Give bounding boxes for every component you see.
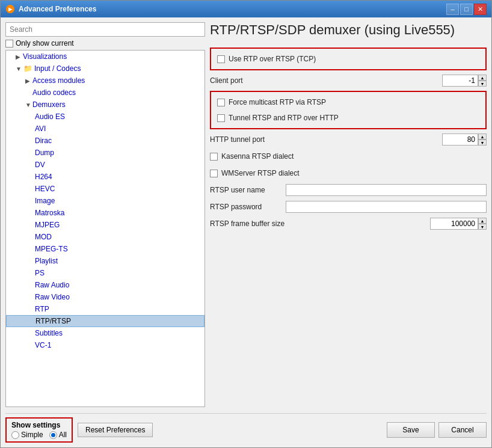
tree-item-matroska[interactable]: Matroska xyxy=(6,207,204,219)
only-show-current-label: Only show current xyxy=(16,39,74,48)
tree-label-h264: H264 xyxy=(35,173,52,181)
tree-item-h264[interactable]: H264 xyxy=(6,171,204,183)
client-port-input[interactable]: -1 xyxy=(442,75,478,87)
http-tunnel-up[interactable]: ▲ xyxy=(478,133,487,140)
search-input[interactable] xyxy=(5,22,205,37)
title-bar: ▶ Advanced Preferences – □ ✕ xyxy=(1,1,491,17)
tree-item-hevc[interactable]: HEVC xyxy=(6,183,204,195)
tree-label-rtp-rtsp: RTP/RTSP xyxy=(35,317,71,325)
tree-item-audio-codecs[interactable]: ▶ Audio codecs xyxy=(6,87,204,99)
tree-container[interactable]: ▶ Visualizations ▼ 📁 Input / Codecs ▶ Ac… xyxy=(5,50,205,407)
window-title: Advanced Preferences xyxy=(19,5,446,13)
close-button[interactable]: ✕ xyxy=(474,4,487,15)
tree-item-dump[interactable]: Dump xyxy=(6,147,204,159)
use-rtp-label: Use RTP over RTSP (TCP) xyxy=(229,55,479,63)
rtsp-username-row: RTSP user name xyxy=(210,183,487,197)
rtsp-username-label: RTSP user name xyxy=(210,186,282,194)
tree-item-audio-es[interactable]: Audio ES xyxy=(6,111,204,123)
force-multicast-group: Force multicast RTP via RTSP Tunnel RTSP… xyxy=(210,91,487,129)
use-rtp-checkbox[interactable] xyxy=(217,55,225,63)
tree-arrow-visualizations: ▶ xyxy=(16,54,23,60)
tree-item-ps[interactable]: PS xyxy=(6,267,204,279)
tree-item-rtp-rtsp[interactable]: RTP/RTSP xyxy=(6,315,204,327)
tree-label-dirac: Dirac xyxy=(35,137,52,145)
http-tunnel-spinner-btns: ▲ ▼ xyxy=(478,133,487,146)
http-tunnel-down[interactable]: ▼ xyxy=(478,140,487,146)
client-port-up[interactable]: ▲ xyxy=(478,75,487,81)
reset-preferences-button[interactable]: Reset Preferences xyxy=(78,423,153,437)
tree-arrow-input-codecs: ▼ xyxy=(16,66,23,72)
rtsp-buffer-up[interactable]: ▲ xyxy=(478,218,487,224)
tree-item-demuxers[interactable]: ▼ Demuxers xyxy=(6,99,204,111)
tunnel-rtsp-row: Tunnel RTSP and RTP over HTTP xyxy=(217,111,479,124)
tree-item-rtp[interactable]: RTP xyxy=(6,303,204,315)
radio-row: Simple All xyxy=(11,431,67,439)
kasenna-checkbox[interactable] xyxy=(210,153,218,161)
tree-label-input-codecs: Input / Codecs xyxy=(34,64,81,73)
radio-simple-outer[interactable] xyxy=(11,431,19,439)
radio-all-inner xyxy=(51,433,55,437)
wmserver-row: WMServer RTSP dialect xyxy=(210,167,487,180)
tree-item-visualizations[interactable]: ▶ Visualizations xyxy=(6,51,204,63)
cancel-button[interactable]: Cancel xyxy=(438,422,487,438)
tree-item-mjpeg[interactable]: MJPEG xyxy=(6,219,204,231)
maximize-button[interactable]: □ xyxy=(460,4,473,15)
rtsp-password-input[interactable] xyxy=(286,201,487,213)
tree-label-visualizations: Visualizations xyxy=(23,52,67,61)
tree-label-vc1: VC-1 xyxy=(35,341,51,349)
tree-item-dirac[interactable]: Dirac xyxy=(6,135,204,147)
rtsp-buffer-spinner-btns: ▲ ▼ xyxy=(478,218,487,230)
kasenna-row: Kasenna RTSP dialect xyxy=(210,150,487,163)
tree-item-subtitles[interactable]: Subtitles xyxy=(6,327,204,339)
rtsp-username-input[interactable] xyxy=(286,184,487,196)
tree-arrow-demuxers: ▼ xyxy=(25,102,32,108)
tree-item-raw-video[interactable]: Raw Video xyxy=(6,291,204,303)
bottom-right-buttons: Save Cancel xyxy=(387,422,487,438)
tree-item-input-codecs[interactable]: ▼ 📁 Input / Codecs xyxy=(6,63,204,75)
minimize-button[interactable]: – xyxy=(446,4,459,15)
tree-item-mpeg-ts[interactable]: MPEG-TS xyxy=(6,243,204,255)
http-tunnel-input[interactable]: 80 xyxy=(442,133,478,146)
show-settings-group: Show settings Simple All xyxy=(5,417,73,443)
bottom-bar: Show settings Simple All Reset Preferenc… xyxy=(5,413,487,443)
client-port-down[interactable]: ▼ xyxy=(478,81,487,87)
client-port-row: Client port -1 ▲ ▼ xyxy=(210,74,487,87)
tree-label-matroska: Matroska xyxy=(35,209,64,217)
only-show-current-checkbox[interactable] xyxy=(5,40,13,48)
save-button[interactable]: Save xyxy=(387,422,435,438)
client-port-spinner: -1 ▲ ▼ xyxy=(442,75,487,87)
force-multicast-row: Force multicast RTP via RTSP xyxy=(217,96,479,109)
tunnel-rtsp-checkbox[interactable] xyxy=(217,114,225,122)
tree-item-mod[interactable]: MOD xyxy=(6,231,204,243)
tunnel-rtsp-label: Tunnel RTSP and RTP over HTTP xyxy=(229,114,479,122)
tree-item-image[interactable]: Image xyxy=(6,195,204,207)
radio-simple-label: Simple xyxy=(21,431,43,439)
radio-all-outer[interactable] xyxy=(49,431,57,439)
radio-simple[interactable]: Simple xyxy=(11,431,43,439)
tree-label-access-modules: Access modules xyxy=(32,76,85,85)
use-rtp-group: Use RTP over RTSP (TCP) xyxy=(210,48,487,70)
rtsp-buffer-down[interactable]: ▼ xyxy=(478,224,487,230)
use-rtp-row: Use RTP over RTSP (TCP) xyxy=(217,52,479,66)
rtsp-buffer-label: RTSP frame buffer size xyxy=(210,219,426,228)
rtsp-buffer-input[interactable]: 100000 xyxy=(430,218,478,230)
wmserver-checkbox[interactable] xyxy=(210,170,218,177)
tree-label-playlist: Playlist xyxy=(35,257,58,265)
tree-item-vc1[interactable]: VC-1 xyxy=(6,339,204,351)
tree-item-access-modules[interactable]: ▶ Access modules xyxy=(6,75,204,87)
radio-all[interactable]: All xyxy=(49,431,67,439)
tree-item-playlist[interactable]: Playlist xyxy=(6,255,204,267)
tree-item-dv[interactable]: DV xyxy=(6,159,204,171)
tree-item-avi[interactable]: AVI xyxy=(6,123,204,135)
radio-all-label: All xyxy=(59,431,67,439)
wmserver-label: WMServer RTSP dialect xyxy=(221,169,487,177)
left-panel: Only show current ▶ Visualizations ▼ 📁 I… xyxy=(5,22,205,407)
http-tunnel-label: HTTP tunnel port xyxy=(210,135,438,144)
client-port-label: Client port xyxy=(210,76,438,85)
tree-label-ps: PS xyxy=(35,269,45,277)
tree-label-mod: MOD xyxy=(35,233,52,241)
main-area: Only show current ▶ Visualizations ▼ 📁 I… xyxy=(5,22,487,407)
tree-label-avi: AVI xyxy=(35,124,46,133)
force-multicast-checkbox[interactable] xyxy=(217,99,225,106)
tree-item-raw-audio[interactable]: Raw Audio xyxy=(6,279,204,291)
